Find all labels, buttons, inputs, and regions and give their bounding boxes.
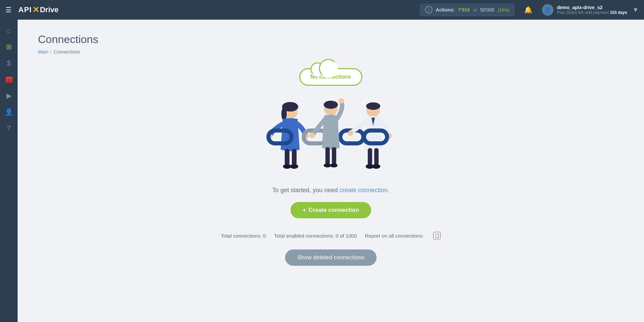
actions-box: i Actions: 7'916 of 50'000 (16%) [420,4,515,16]
chevron-down-icon[interactable]: ▼ [632,6,639,14]
notification-bell[interactable]: 🔔 [521,4,535,15]
sidebar-item-home[interactable]: ⌂ [1,23,16,38]
illustration-svg [260,95,402,177]
svg-point-27 [372,164,380,169]
actions-label: Actions: [436,7,455,13]
sidebar-item-billing[interactable]: $ [1,56,16,71]
svg-point-7 [283,164,291,169]
report-icon[interactable]: 📋 [433,232,441,239]
center-content: No connections [38,68,624,266]
user-info: demo_apix-drive_s2 Plan |Start| left unt… [557,5,627,15]
main-content: Connections Main / Connections No connec… [18,20,644,322]
sidebar-item-help[interactable]: ? [1,121,16,136]
sidebar: ⌂ ⊞ $ 🧰 ▶ 👤 ? [0,20,18,322]
svg-rect-24 [368,148,372,166]
logo-api: API [18,5,32,14]
illustration: No connections [263,68,399,177]
svg-rect-25 [374,148,379,166]
show-deleted-connections-button[interactable]: Show deleted connections [285,249,377,266]
user-section: 👤 demo_apix-drive_s2 Plan |Start| left u… [542,4,639,16]
header: ☰ API ✕ Drive i Actions: 7'916 of 50'000… [0,0,644,20]
svg-point-19 [330,163,338,167]
user-plan: Plan |Start| left until payment 103 days [557,10,627,15]
create-btn-label: Create connection [309,207,359,214]
svg-rect-5 [285,149,289,166]
svg-point-15 [309,133,315,138]
svg-rect-16 [325,147,330,165]
total-connections: Total connections: 0 [221,233,266,239]
caption-after: . [388,187,389,194]
create-btn-plus: + [303,207,306,214]
actions-pct: (16%) [498,7,509,13]
no-connections-cloud: No connections [299,68,362,86]
actions-total: 50'000 [480,7,495,13]
svg-rect-17 [332,147,336,165]
svg-point-21 [366,102,380,110]
create-connection-button[interactable]: + Create connection [290,202,371,218]
actions-of: of [473,7,477,13]
report-label: Report on all connections: [365,233,424,239]
svg-point-22 [348,130,353,136]
svg-point-14 [339,98,344,104]
total-enabled: Total enabled connections: 0 of 1000 [274,233,357,239]
menu-icon[interactable]: ☰ [5,6,12,14]
logo: API ✕ Drive [18,5,59,15]
avatar: 👤 [542,4,554,16]
cloud-container: No connections [299,68,362,86]
svg-point-13 [324,101,338,109]
page-title: Connections [38,33,624,46]
svg-point-8 [290,164,298,169]
breadcrumb-separator: / [50,49,52,55]
svg-rect-6 [292,149,297,166]
sidebar-item-media[interactable]: ▶ [1,88,16,103]
stats-row: Total connections: 0 Total enabled conne… [221,232,441,239]
sidebar-item-tools[interactable]: 🧰 [1,72,16,87]
breadcrumb: Main / Connections [38,49,624,55]
svg-point-18 [324,163,331,167]
sidebar-item-account[interactable]: 👤 [1,104,16,119]
days-remaining: 103 days [610,10,627,15]
actions-count: 7'916 [458,7,470,13]
caption-before: To get started, you need [272,187,338,194]
create-connection-link[interactable]: create connection [340,187,388,194]
user-name: demo_apix-drive_s2 [557,5,627,10]
breadcrumb-current: Connections [54,49,80,55]
info-icon[interactable]: i [425,6,432,14]
logo-drive: Drive [40,5,59,14]
breadcrumb-main-link[interactable]: Main [38,49,48,55]
caption-text: To get started, you need create connecti… [272,187,389,194]
logo-x: ✕ [33,5,39,15]
sidebar-item-connections[interactable]: ⊞ [1,39,16,54]
